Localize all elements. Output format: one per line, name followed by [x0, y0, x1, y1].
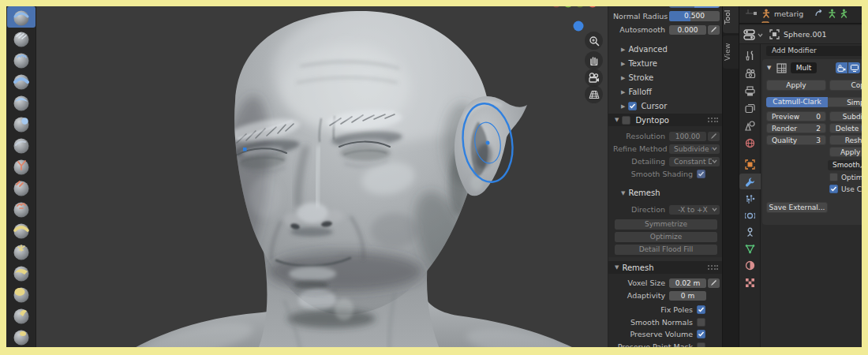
brush-draw[interactable]: [7, 6, 36, 28]
optimize-button[interactable]: Optimize: [615, 232, 717, 242]
orthographic-grid-icon[interactable]: [585, 85, 603, 103]
brush-flatten[interactable]: [7, 219, 36, 241]
brush-snake-hook[interactable]: [7, 305, 36, 326]
outliner-row-metarig[interactable]: metarig: [746, 7, 848, 20]
tab-view[interactable]: View: [723, 36, 739, 69]
brush-smooth[interactable]: [7, 177, 36, 198]
normal-radius-slider[interactable]: 0.500: [669, 11, 720, 21]
tab-world-icon[interactable]: [739, 135, 761, 151]
tab-scene-icon[interactable]: [739, 118, 761, 133]
dyntopo-remesh-subheader[interactable]: ▼Remesh: [621, 187, 724, 199]
section-stroke[interactable]: ▶Stroke: [615, 72, 717, 84]
refine-method-dropdown[interactable]: Subdivide C...: [669, 144, 720, 154]
brush-clay-strips[interactable]: [7, 70, 36, 92]
tab-tool[interactable]: Tool: [723, 2, 739, 33]
adaptivity-row: Adaptivity 0 m: [613, 290, 720, 301]
brush-inflate[interactable]: [7, 113, 36, 134]
sculpt-brush-toolbar: [6, 6, 36, 349]
uv-smooth-dropdown[interactable]: Smooth, keep corners: [828, 160, 868, 170]
autosmooth-animate-icon[interactable]: [708, 25, 720, 35]
direction-add-button[interactable]: + Add: [669, 0, 694, 8]
remesh-panel-header[interactable]: ▼ Remesh: [608, 261, 723, 274]
resolution-sample-icon[interactable]: [708, 132, 720, 141]
pose-arrow-icon: [814, 9, 824, 18]
cursor-checkbox[interactable]: [628, 102, 637, 110]
tab-object-data-icon[interactable]: [739, 241, 761, 256]
symmetrize-button[interactable]: Symmetrize: [615, 219, 717, 230]
dyntopo-panel-header[interactable]: ▼ Dyntopo: [608, 114, 723, 126]
editor-type-selector[interactable]: [743, 29, 763, 40]
render-level-field[interactable]: Render2: [766, 123, 826, 133]
camera-view-icon[interactable]: [585, 69, 603, 87]
voxel-size-field[interactable]: 0.02 m: [669, 278, 706, 288]
use-creases-row: Use Creases: [829, 185, 868, 193]
section-texture[interactable]: ▶Texture: [615, 58, 717, 69]
brush-crease[interactable]: [7, 155, 36, 177]
tab-physics-icon[interactable]: [739, 207, 761, 223]
modifier-render-toggle[interactable]: [836, 62, 847, 73]
tab-material-icon[interactable]: [739, 257, 761, 273]
section-cursor[interactable]: ▶ Cursor: [615, 100, 717, 112]
brush-draw-sharp[interactable]: [7, 28, 36, 49]
add-modifier-dropdown[interactable]: Add Modifier: [766, 46, 868, 56]
chevron-down-icon: [712, 159, 717, 163]
section-advanced[interactable]: ▶Advanced: [615, 43, 717, 55]
apply-button[interactable]: Apply: [766, 80, 826, 91]
use-creases-checkbox[interactable]: [829, 185, 838, 193]
detailing-dropdown[interactable]: Constant De..: [669, 157, 720, 166]
brush-scrape[interactable]: [7, 241, 36, 262]
brush-clay[interactable]: [7, 49, 36, 70]
zoom-icon[interactable]: [585, 32, 603, 50]
breadcrumb[interactable]: Sphere.001: [769, 29, 827, 39]
brush-blob[interactable]: [7, 134, 36, 155]
remesh-direction-dropdown[interactable]: -X to +X: [669, 205, 720, 215]
tab-particles-icon[interactable]: [739, 191, 761, 207]
preserve-volume-checkbox[interactable]: [697, 330, 705, 338]
tab-render-icon[interactable]: [739, 65, 761, 81]
tab-modifiers-icon[interactable]: [739, 174, 761, 189]
section-falloff[interactable]: ▶Falloff: [615, 86, 717, 98]
brush-pinch[interactable]: [7, 198, 36, 219]
fix-poles-checkbox[interactable]: [697, 305, 705, 314]
autosmooth-field[interactable]: 0.000: [669, 25, 706, 35]
tab-output-icon[interactable]: [739, 83, 761, 99]
copy-button[interactable]: Copy: [829, 80, 868, 91]
dyntopo-checkbox[interactable]: [622, 116, 630, 125]
brush-layer[interactable]: [7, 92, 36, 113]
save-external-button[interactable]: Save External...: [766, 202, 828, 213]
resolution-field[interactable]: 100.00: [669, 132, 706, 141]
quality-field[interactable]: Quality3: [766, 135, 826, 145]
outliner-row-camera[interactable]: camera: [761, 0, 832, 6]
smooth-shading-row: Smooth Shading: [613, 169, 720, 179]
direction-subtract-button[interactable]: − Subt: [694, 0, 720, 8]
preview-level-field[interactable]: Preview0: [766, 111, 826, 121]
preserve-paint-mask-checkbox[interactable]: [697, 342, 705, 351]
modifier-name-field[interactable]: Mult: [791, 62, 817, 73]
subdivide-button[interactable]: Subdivide: [829, 111, 868, 121]
brush-thumb[interactable]: [7, 326, 36, 347]
catmull-clark-button[interactable]: Catmull-Clark: [766, 97, 828, 107]
tab-tool-icon[interactable]: [739, 47, 761, 63]
simple-button[interactable]: Simple: [828, 97, 868, 107]
tab-object-icon[interactable]: [739, 156, 761, 172]
tool-settings-sidebar: Direction + Add − Subt Normal Radius 0.5…: [608, 0, 722, 355]
tab-constraints-icon[interactable]: [739, 224, 761, 240]
smooth-normals-checkbox[interactable]: [697, 318, 705, 327]
pan-hand-icon[interactable]: [585, 51, 603, 69]
brush-grab[interactable]: [7, 283, 36, 305]
delete-higher-button[interactable]: Delete Higher: [829, 123, 868, 133]
detail-flood-fill-button[interactable]: Detail Flood Fill: [615, 245, 717, 255]
apply-base-button[interactable]: Apply Base: [829, 147, 868, 157]
optimal-display-checkbox[interactable]: [829, 173, 838, 181]
tab-view-layer-icon[interactable]: [739, 100, 761, 116]
brush-fill[interactable]: [7, 262, 36, 283]
tab-texture-icon[interactable]: [739, 275, 761, 290]
autosmooth-row: Autosmooth 0.000: [613, 24, 720, 35]
voxel-size-sample-icon[interactable]: [708, 278, 720, 288]
adaptivity-field[interactable]: 0 m: [669, 291, 706, 301]
modifier-expand-icon[interactable]: ▼: [767, 65, 771, 71]
modifier-viewport-toggle[interactable]: [848, 62, 860, 73]
smooth-shading-checkbox[interactable]: [697, 170, 705, 178]
reshape-button[interactable]: Reshape: [829, 135, 868, 145]
preserve-volume-row: Preserve Volume: [613, 329, 720, 339]
